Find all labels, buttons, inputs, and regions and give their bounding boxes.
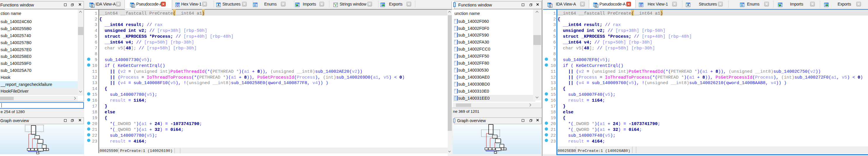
svg-text:A: A — [687, 3, 689, 7]
svg-text:A: A — [217, 3, 219, 7]
svg-text:s: s — [335, 3, 336, 7]
